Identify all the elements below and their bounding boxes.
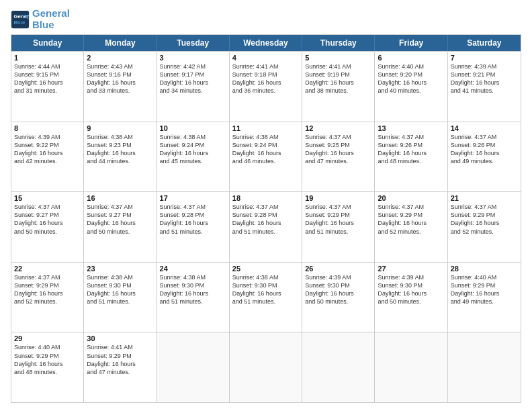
- day-number: 18: [232, 194, 299, 202]
- cal-cell: 28Sunrise: 4:40 AM Sunset: 9:29 PM Dayli…: [448, 263, 521, 332]
- day-number: 23: [87, 265, 153, 273]
- day-info: Sunrise: 4:39 AM Sunset: 9:21 PM Dayligh…: [451, 62, 518, 95]
- cal-cell: 22Sunrise: 4:37 AM Sunset: 9:29 PM Dayli…: [11, 263, 84, 332]
- day-info: Sunrise: 4:42 AM Sunset: 9:17 PM Dayligh…: [160, 62, 226, 95]
- day-number: 26: [305, 265, 371, 273]
- cal-week-4: 22Sunrise: 4:37 AM Sunset: 9:29 PM Dayli…: [11, 262, 521, 332]
- cal-header-tuesday: Tuesday: [157, 35, 230, 51]
- day-info: Sunrise: 4:39 AM Sunset: 9:22 PM Dayligh…: [14, 133, 81, 166]
- day-number: 13: [378, 124, 444, 132]
- cal-cell: 1Sunrise: 4:44 AM Sunset: 9:15 PM Daylig…: [11, 52, 84, 122]
- cal-cell: 30Sunrise: 4:41 AM Sunset: 9:29 PM Dayli…: [84, 332, 157, 402]
- cal-cell: 18Sunrise: 4:37 AM Sunset: 9:28 PM Dayli…: [230, 192, 302, 262]
- cal-cell: 19Sunrise: 4:37 AM Sunset: 9:29 PM Dayli…: [302, 192, 375, 262]
- cal-cell: 5Sunrise: 4:41 AM Sunset: 9:19 PM Daylig…: [302, 52, 375, 122]
- cal-week-5: 29Sunrise: 4:40 AM Sunset: 9:29 PM Dayli…: [11, 332, 521, 402]
- cal-cell: [448, 332, 521, 402]
- cal-cell: 11Sunrise: 4:38 AM Sunset: 9:24 PM Dayli…: [230, 122, 302, 192]
- cal-cell: 21Sunrise: 4:37 AM Sunset: 9:29 PM Dayli…: [448, 192, 521, 262]
- cal-week-1: 1Sunrise: 4:44 AM Sunset: 9:15 PM Daylig…: [11, 51, 521, 122]
- logo: General Blue General Blue: [11, 8, 70, 30]
- cal-cell: [157, 332, 230, 402]
- day-number: 16: [87, 194, 153, 202]
- day-number: 7: [451, 54, 518, 62]
- day-info: Sunrise: 4:37 AM Sunset: 9:25 PM Dayligh…: [305, 133, 371, 166]
- cal-header-wednesday: Wednesday: [230, 35, 302, 51]
- cal-cell: 26Sunrise: 4:39 AM Sunset: 9:30 PM Dayli…: [302, 263, 375, 332]
- day-number: 12: [305, 124, 371, 132]
- day-info: Sunrise: 4:37 AM Sunset: 9:29 PM Dayligh…: [305, 203, 371, 236]
- cal-cell: 17Sunrise: 4:37 AM Sunset: 9:28 PM Dayli…: [157, 192, 230, 262]
- day-number: 8: [14, 124, 81, 132]
- page: General Blue General Blue SundayMondayTu…: [0, 0, 532, 411]
- day-info: Sunrise: 4:37 AM Sunset: 9:27 PM Dayligh…: [14, 203, 81, 236]
- cal-cell: 29Sunrise: 4:40 AM Sunset: 9:29 PM Dayli…: [11, 332, 84, 402]
- svg-text:Blue: Blue: [13, 19, 26, 26]
- day-info: Sunrise: 4:37 AM Sunset: 9:29 PM Dayligh…: [378, 203, 444, 236]
- day-number: 11: [232, 124, 299, 132]
- day-info: Sunrise: 4:40 AM Sunset: 9:29 PM Dayligh…: [14, 343, 81, 376]
- cal-cell: 16Sunrise: 4:37 AM Sunset: 9:27 PM Dayli…: [84, 192, 157, 262]
- day-number: 29: [14, 334, 81, 342]
- day-info: Sunrise: 4:37 AM Sunset: 9:26 PM Dayligh…: [378, 133, 444, 166]
- cal-cell: 24Sunrise: 4:38 AM Sunset: 9:30 PM Dayli…: [157, 263, 230, 332]
- cal-cell: 25Sunrise: 4:38 AM Sunset: 9:30 PM Dayli…: [230, 263, 302, 332]
- day-number: 15: [14, 194, 81, 202]
- day-number: 24: [160, 265, 226, 273]
- cal-cell: 8Sunrise: 4:39 AM Sunset: 9:22 PM Daylig…: [11, 122, 84, 192]
- cal-cell: 6Sunrise: 4:40 AM Sunset: 9:20 PM Daylig…: [375, 52, 447, 122]
- cal-header-saturday: Saturday: [448, 35, 521, 51]
- day-number: 22: [14, 265, 81, 273]
- day-info: Sunrise: 4:41 AM Sunset: 9:18 PM Dayligh…: [232, 62, 299, 95]
- cal-cell: 27Sunrise: 4:39 AM Sunset: 9:30 PM Dayli…: [375, 263, 447, 332]
- cal-cell: 13Sunrise: 4:37 AM Sunset: 9:26 PM Dayli…: [375, 122, 447, 192]
- cal-cell: [230, 332, 302, 402]
- day-number: 28: [451, 265, 518, 273]
- day-info: Sunrise: 4:38 AM Sunset: 9:30 PM Dayligh…: [232, 273, 299, 306]
- day-info: Sunrise: 4:37 AM Sunset: 9:29 PM Dayligh…: [14, 273, 81, 306]
- day-number: 6: [378, 54, 444, 62]
- day-number: 25: [232, 265, 299, 273]
- day-number: 17: [160, 194, 226, 202]
- day-info: Sunrise: 4:40 AM Sunset: 9:20 PM Dayligh…: [378, 62, 444, 95]
- header: General Blue General Blue: [11, 8, 521, 30]
- cal-cell: 2Sunrise: 4:43 AM Sunset: 9:16 PM Daylig…: [84, 52, 157, 122]
- day-info: Sunrise: 4:40 AM Sunset: 9:29 PM Dayligh…: [451, 273, 518, 306]
- day-info: Sunrise: 4:44 AM Sunset: 9:15 PM Dayligh…: [14, 62, 81, 95]
- day-number: 20: [378, 194, 444, 202]
- day-number: 27: [378, 265, 444, 273]
- cal-cell: 9Sunrise: 4:38 AM Sunset: 9:23 PM Daylig…: [84, 122, 157, 192]
- day-number: 14: [451, 124, 518, 132]
- cal-header-sunday: Sunday: [11, 35, 84, 51]
- day-info: Sunrise: 4:38 AM Sunset: 9:30 PM Dayligh…: [87, 273, 153, 306]
- day-number: 10: [160, 124, 226, 132]
- cal-cell: 20Sunrise: 4:37 AM Sunset: 9:29 PM Dayli…: [375, 192, 447, 262]
- calendar-header-row: SundayMondayTuesdayWednesdayThursdayFrid…: [11, 35, 521, 51]
- day-number: 9: [87, 124, 153, 132]
- cal-cell: 12Sunrise: 4:37 AM Sunset: 9:25 PM Dayli…: [302, 122, 375, 192]
- day-number: 19: [305, 194, 371, 202]
- day-info: Sunrise: 4:38 AM Sunset: 9:30 PM Dayligh…: [160, 273, 226, 306]
- calendar-body: 1Sunrise: 4:44 AM Sunset: 9:15 PM Daylig…: [11, 51, 521, 402]
- cal-cell: 10Sunrise: 4:38 AM Sunset: 9:24 PM Dayli…: [157, 122, 230, 192]
- day-number: 1: [14, 54, 81, 62]
- cal-cell: [302, 332, 375, 402]
- day-info: Sunrise: 4:37 AM Sunset: 9:29 PM Dayligh…: [451, 203, 518, 236]
- day-number: 3: [160, 54, 226, 62]
- cal-header-monday: Monday: [84, 35, 157, 51]
- logo-icon: General Blue: [11, 10, 30, 29]
- day-info: Sunrise: 4:39 AM Sunset: 9:30 PM Dayligh…: [305, 273, 371, 306]
- day-info: Sunrise: 4:37 AM Sunset: 9:26 PM Dayligh…: [451, 133, 518, 166]
- cal-cell: 4Sunrise: 4:41 AM Sunset: 9:18 PM Daylig…: [230, 52, 302, 122]
- day-number: 30: [87, 334, 153, 342]
- cal-cell: 7Sunrise: 4:39 AM Sunset: 9:21 PM Daylig…: [448, 52, 521, 122]
- day-number: 5: [305, 54, 371, 62]
- cal-week-2: 8Sunrise: 4:39 AM Sunset: 9:22 PM Daylig…: [11, 122, 521, 192]
- day-info: Sunrise: 4:39 AM Sunset: 9:30 PM Dayligh…: [378, 273, 444, 306]
- cal-cell: 15Sunrise: 4:37 AM Sunset: 9:27 PM Dayli…: [11, 192, 84, 262]
- cal-cell: 3Sunrise: 4:42 AM Sunset: 9:17 PM Daylig…: [157, 52, 230, 122]
- cal-week-3: 15Sunrise: 4:37 AM Sunset: 9:27 PM Dayli…: [11, 191, 521, 262]
- day-info: Sunrise: 4:37 AM Sunset: 9:27 PM Dayligh…: [87, 203, 153, 236]
- day-info: Sunrise: 4:41 AM Sunset: 9:29 PM Dayligh…: [87, 343, 153, 376]
- cal-header-friday: Friday: [375, 35, 447, 51]
